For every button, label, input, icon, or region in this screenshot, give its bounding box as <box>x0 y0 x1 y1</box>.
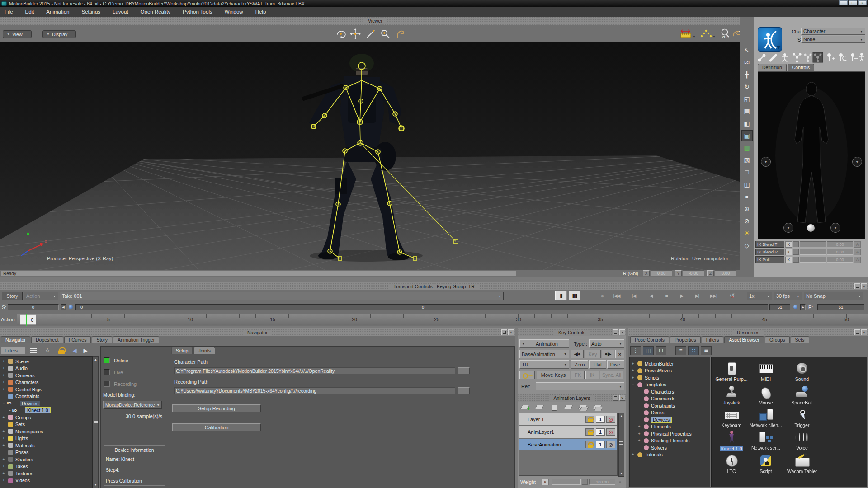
character-path-field[interactable]: C:¥Program Files¥Autodesk¥MotionBuilder … <box>174 367 455 374</box>
character-controls-tab[interactable]: Controls <box>788 64 814 71</box>
tilt-down-button[interactable]: ▼ <box>783 223 793 233</box>
filters-button[interactable]: Filters... <box>1 347 25 354</box>
navigator-tab[interactable]: Navigator <box>1 336 30 343</box>
scene-tree-item[interactable]: + Lights <box>0 435 92 442</box>
transport-button[interactable]: |◀ <box>627 291 641 300</box>
hsplit-view-icon[interactable]: ⊟ <box>656 346 666 355</box>
browse-recording-path[interactable]: ... <box>458 387 470 394</box>
layer-solo-button[interactable]: 1 <box>596 416 605 423</box>
dolly-tool-icon[interactable] <box>364 28 377 40</box>
resource-tree-item[interactable]: Solvers <box>630 444 710 451</box>
ik-toggle[interactable] <box>793 241 799 247</box>
rotation-axis-field[interactable]: Y-0.00 <box>675 270 704 276</box>
key-button[interactable]: K <box>785 257 792 263</box>
resource-tree-item[interactable]: Commands <box>630 395 710 403</box>
navigator-tab[interactable]: FCurves <box>64 336 91 343</box>
resource-tree-item[interactable]: Devices <box>630 416 710 423</box>
key-button[interactable]: Key <box>585 350 601 358</box>
minimize-button[interactable]: ─ <box>839 0 848 5</box>
scene-tree-item[interactable]: + Scene <box>0 358 92 365</box>
zoom-tool-icon[interactable] <box>379 28 392 40</box>
scroll-down-icon[interactable]: ▼ <box>619 471 624 476</box>
character-representation[interactable]: ▼ ▼ ▼ ▼ <box>758 71 865 239</box>
keying-group-select[interactable]: TR▼ <box>519 360 569 369</box>
selection-hook-icon[interactable] <box>394 28 407 40</box>
transport-header[interactable]: Transport Controls - Keying Group: TR × <box>0 282 868 291</box>
scroll-down-icon[interactable]: ▼ <box>93 482 98 487</box>
tree-view-icon[interactable]: ⋮ <box>630 346 641 355</box>
side-tool-icon[interactable]: ⊕ <box>741 203 753 214</box>
resource-tree-item[interactable]: + Scripts <box>630 374 710 381</box>
display-menu-button[interactable]: ▼Display <box>42 30 76 38</box>
fps-select[interactable]: 30 fps▼ <box>774 292 802 300</box>
recording-checkbox[interactable] <box>104 381 110 387</box>
layer-stack2-icon[interactable] <box>592 403 603 411</box>
asset-item[interactable]: Script <box>747 454 785 474</box>
transport-button[interactable]: ■ <box>659 291 674 300</box>
range-left-arrow[interactable]: ◀ <box>61 304 66 310</box>
range-right-arrow[interactable]: ▶ <box>800 304 806 310</box>
weight-key-button[interactable]: K <box>542 479 549 485</box>
list-options-icon[interactable] <box>29 346 39 355</box>
tilt-up-button[interactable]: ▼ <box>830 223 840 233</box>
menu-item[interactable]: Layout <box>113 9 128 14</box>
asset-item[interactable]: Keyboard <box>712 408 750 428</box>
resource-tree-item[interactable]: + MotionBuilder <box>630 360 710 367</box>
ik-value[interactable]: 0.00 <box>827 241 853 247</box>
fk-button[interactable]: FK <box>571 371 585 379</box>
device-tab[interactable]: Setup <box>171 347 193 354</box>
layer-solo-button[interactable]: 1 <box>596 441 605 448</box>
menu-item[interactable]: Python Tools <box>183 9 212 14</box>
layer-lock-icon[interactable] <box>585 441 594 448</box>
list-view-icon[interactable]: ≡ <box>675 346 686 355</box>
keying-dots-icon[interactable]: ▼ <box>699 28 716 40</box>
story-button[interactable]: Story <box>2 292 23 300</box>
ik-slider[interactable] <box>800 249 826 255</box>
orbit-tool-icon[interactable] <box>335 28 347 40</box>
menu-item[interactable]: Animation <box>46 9 69 14</box>
trackball-handle[interactable] <box>807 224 815 232</box>
transport-button[interactable]: ▮▮ <box>569 291 580 300</box>
auto-button[interactable]: A <box>854 241 861 248</box>
title-bar[interactable]: MotionBuilder 2015 - Not for resale - 64… <box>0 0 868 7</box>
playhead[interactable] <box>26 314 27 326</box>
scene-tree-item[interactable]: + Groups <box>0 414 92 421</box>
resources-tab[interactable]: Filters <box>702 336 724 343</box>
scroll-up-icon[interactable]: ▲ <box>93 357 98 362</box>
asset-item[interactable]: Sound <box>783 362 821 382</box>
key-button[interactable]: K <box>785 249 792 255</box>
ik-toggle[interactable] <box>793 249 799 255</box>
asset-item[interactable]: Wacom Tablet <box>783 454 821 474</box>
back-arrow-icon[interactable]: ◀ <box>70 346 80 355</box>
layer-solo-button[interactable]: 1 <box>596 428 605 436</box>
float-panel-icon[interactable] <box>501 329 507 335</box>
transport-button[interactable]: |◀◀ <box>609 291 624 300</box>
live-checkbox[interactable] <box>104 369 110 375</box>
calibration-button[interactable]: Calibration <box>172 423 261 431</box>
key-mode-button[interactable] <box>519 371 535 379</box>
animation-layers-header[interactable]: Animation Layers × <box>518 394 626 402</box>
device-tab[interactable]: Joints <box>193 347 215 354</box>
viewport-3d[interactable]: x Producer Perspective (X-Ray) Rotation:… <box>0 42 740 270</box>
merge-layer-icon[interactable] <box>563 403 574 411</box>
scroll-thumb[interactable] <box>619 440 623 446</box>
next-key-button[interactable]: ●▶ <box>602 350 614 358</box>
transport-button[interactable]: ▶| <box>690 291 704 300</box>
view-menu-button[interactable]: ▼View <box>3 30 32 38</box>
weight-slider[interactable] <box>552 479 581 485</box>
move-keys-button[interactable]: Move Keys <box>537 371 570 379</box>
start-frame-field[interactable]: 0 <box>8 304 59 310</box>
menu-item[interactable]: Edit <box>25 9 34 14</box>
scene-tree-item[interactable]: + Takes <box>0 463 92 470</box>
range-right-value[interactable]: 51 <box>769 304 790 310</box>
animation-layer-row[interactable]: Layer 1 1 ⊘ <box>519 413 617 425</box>
character-select[interactable]: Character▼ <box>801 28 865 35</box>
scene-tree-item[interactable]: + Cameras <box>0 372 92 379</box>
scene-tree-item[interactable]: + Textures <box>0 470 92 477</box>
scene-tree-item[interactable]: − I/O Devices <box>0 400 92 407</box>
navigator-tab[interactable]: Dopesheet <box>31 336 63 343</box>
duplicate-layer-icon[interactable] <box>534 403 545 411</box>
setup-recording-button[interactable]: Setup Recording <box>172 404 261 412</box>
side-tool-icon[interactable]: ▣ <box>741 130 753 141</box>
menu-item[interactable]: Settings <box>82 9 101 14</box>
